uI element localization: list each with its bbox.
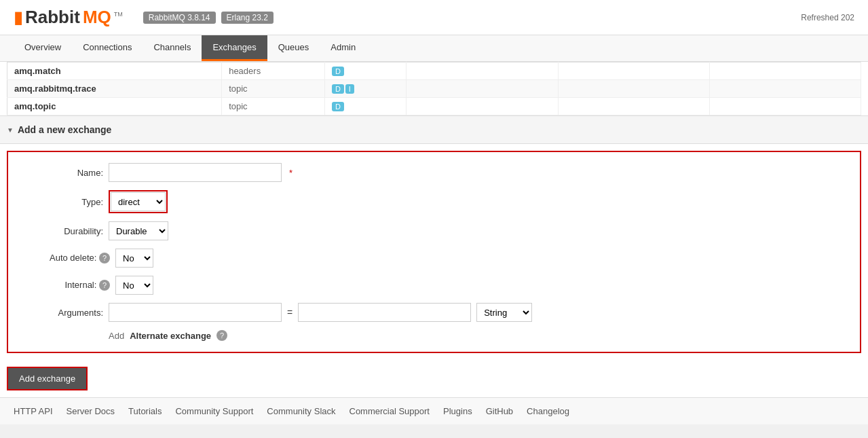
- durability-row: Durability: DurableTransient: [22, 221, 846, 240]
- exchange-empty-cell: [407, 62, 558, 80]
- exchange-empty-cell: [407, 98, 558, 115]
- internal-select[interactable]: NoYes: [115, 276, 153, 295]
- version-badges: RabbitMQ 3.8.14 Erlang 23.2: [143, 12, 273, 24]
- exchange-type-cell: headers: [222, 62, 325, 80]
- logo-rabbit: Rabbit: [25, 7, 80, 28]
- arguments-inputs: = StringNumberBooleanList: [109, 303, 532, 322]
- internal-label: Internal: ?: [22, 280, 110, 291]
- nav: Overview Connections Channels Exchanges …: [0, 35, 868, 62]
- name-row: Name: *: [22, 163, 846, 182]
- type-label: Type:: [22, 197, 103, 207]
- arguments-label: Arguments:: [22, 308, 103, 318]
- logo-mq: MQ: [83, 7, 111, 28]
- exchange-type-cell: topic: [222, 98, 325, 115]
- footer-link[interactable]: Server Docs: [67, 406, 115, 416]
- nav-admin[interactable]: Admin: [320, 35, 366, 61]
- exchange-badges-cell: DI: [324, 80, 407, 98]
- nav-connections[interactable]: Connections: [72, 35, 143, 61]
- add-link[interactable]: Add: [109, 331, 124, 341]
- exchange-name-cell[interactable]: amq.topic: [7, 98, 222, 115]
- auto-delete-row: Auto delete: ? NoYes: [22, 249, 846, 268]
- alternate-exchange-row: Add Alternate exchange ?: [109, 330, 846, 341]
- add-exchange-button[interactable]: Add exchange: [7, 367, 88, 390]
- erlang-version-badge: Erlang 23.2: [221, 12, 273, 24]
- name-label: Name:: [22, 168, 103, 178]
- auto-delete-select[interactable]: NoYes: [115, 249, 153, 268]
- exchange-empty-cell: [709, 98, 861, 115]
- exchange-name-cell[interactable]: amq.match: [7, 62, 222, 80]
- refreshed-text: Refreshed 202: [801, 13, 854, 22]
- footer-link[interactable]: Commercial Support: [350, 406, 430, 416]
- auto-delete-label: Auto delete: ?: [22, 253, 110, 263]
- exchange-type-cell: topic: [222, 80, 325, 98]
- footer-link[interactable]: Changelog: [527, 406, 569, 416]
- arg-type-select[interactable]: StringNumberBooleanList: [476, 303, 532, 322]
- arg-val-input[interactable]: [298, 303, 471, 322]
- logo: ▮ RabbitMQTM: [14, 7, 123, 28]
- footer-link[interactable]: Community Support: [175, 406, 253, 416]
- table-row: amq.matchheadersD: [7, 62, 861, 80]
- footer: HTTP APIServer DocsTutorialsCommunity Su…: [0, 397, 868, 424]
- arg-key-input[interactable]: [109, 303, 282, 322]
- nav-channels[interactable]: Channels: [143, 35, 202, 61]
- alternate-exchange-label: Alternate exchange: [130, 331, 211, 341]
- type-select[interactable]: directfanouttopicheaders: [111, 192, 166, 211]
- footer-link[interactable]: Tutorials: [128, 406, 162, 416]
- main-content: amq.matchheadersDamq.rabbitmq.tracetopic…: [0, 62, 868, 397]
- internal-row: Internal: ? NoYes: [22, 276, 846, 295]
- arguments-row: Arguments: = StringNumberBooleanList: [22, 303, 846, 322]
- exchange-badges-cell: D: [324, 98, 407, 115]
- rabbitmq-version-badge: RabbitMQ 3.8.14: [143, 12, 216, 24]
- logo-icon: ▮: [14, 8, 22, 27]
- durable-badge: D: [332, 102, 344, 111]
- table-row: amq.rabbitmq.tracetopicDI: [7, 80, 861, 98]
- durability-label: Durability:: [22, 226, 103, 236]
- durability-select[interactable]: DurableTransient: [109, 221, 168, 240]
- args-equals: =: [287, 307, 293, 318]
- footer-link[interactable]: Plugins: [443, 406, 472, 416]
- internal-help-icon[interactable]: ?: [99, 280, 110, 291]
- add-exchange-toggle-label: Add a new exchange: [18, 124, 111, 135]
- logo-tm: TM: [114, 11, 123, 18]
- table-row: amq.topictopicD: [7, 98, 861, 115]
- nav-exchanges[interactable]: Exchanges: [202, 35, 267, 61]
- header: ▮ RabbitMQTM RabbitMQ 3.8.14 Erlang 23.2…: [0, 0, 868, 35]
- footer-link[interactable]: HTTP API: [14, 406, 53, 416]
- name-input[interactable]: [109, 163, 282, 182]
- add-exchange-toggle[interactable]: ▼ Add a new exchange: [0, 115, 868, 144]
- exchange-empty-cell: [558, 80, 709, 98]
- exchange-table-wrapper: amq.matchheadersDamq.rabbitmq.tracetopic…: [0, 62, 868, 115]
- exchange-table: amq.matchheadersDamq.rabbitmq.tracetopic…: [7, 62, 861, 115]
- exchange-empty-cell: [558, 98, 709, 115]
- nav-queues[interactable]: Queues: [267, 35, 320, 61]
- durable-badge: D: [332, 84, 344, 94]
- footer-link[interactable]: Community Slack: [267, 406, 335, 416]
- exchange-empty-cell: [407, 80, 558, 98]
- exchange-badges-cell: D: [324, 62, 407, 80]
- auto-delete-help-icon[interactable]: ?: [99, 253, 110, 263]
- exchange-name-cell[interactable]: amq.rabbitmq.trace: [7, 80, 222, 98]
- name-required-star: *: [289, 168, 293, 178]
- exchange-empty-cell: [709, 80, 861, 98]
- type-row: Type: directfanouttopicheaders: [22, 190, 846, 213]
- type-select-wrapper: directfanouttopicheaders: [109, 190, 168, 213]
- exchange-empty-cell: [709, 62, 861, 80]
- footer-link[interactable]: GitHub: [486, 406, 513, 416]
- internal-badge: I: [345, 84, 354, 94]
- exchange-empty-cell: [558, 62, 709, 80]
- alternate-exchange-help-icon[interactable]: ?: [216, 330, 227, 341]
- toggle-arrow-icon: ▼: [7, 126, 14, 134]
- add-exchange-form: Name: * Type: directfanouttopicheaders D…: [7, 151, 861, 353]
- durable-badge: D: [332, 67, 344, 76]
- nav-overview[interactable]: Overview: [14, 35, 72, 61]
